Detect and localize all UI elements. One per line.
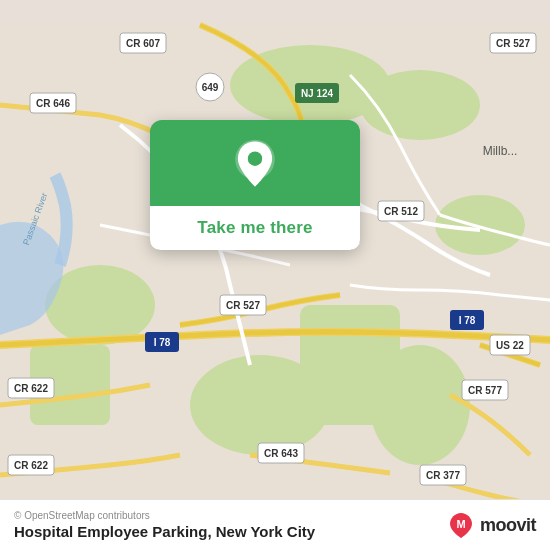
svg-text:I 78: I 78 (154, 337, 171, 348)
svg-text:CR 607: CR 607 (126, 38, 160, 49)
svg-text:CR 512: CR 512 (384, 206, 418, 217)
location-name: Hospital Employee Parking, New York City (14, 523, 315, 540)
svg-text:CR 527: CR 527 (226, 300, 260, 311)
svg-text:NJ 124: NJ 124 (301, 88, 334, 99)
svg-text:CR 646: CR 646 (36, 98, 70, 109)
location-card: Take me there (150, 120, 360, 250)
svg-text:CR 377: CR 377 (426, 470, 460, 481)
svg-text:649: 649 (202, 82, 219, 93)
map-attribution: © OpenStreetMap contributors (14, 510, 315, 521)
svg-text:CR 622: CR 622 (14, 460, 48, 471)
map-container: CR 607 CR 646 649 NJ 124 CR 527 CR 512 I… (0, 0, 550, 550)
svg-text:CR 643: CR 643 (264, 448, 298, 459)
svg-text:US 22: US 22 (496, 340, 524, 351)
moovit-logo: M moovit (447, 511, 536, 539)
svg-point-7 (190, 355, 330, 455)
svg-point-43 (248, 152, 262, 166)
take-me-there-button[interactable]: Take me there (150, 206, 360, 250)
location-pin-icon (228, 138, 282, 192)
svg-text:I 78: I 78 (459, 315, 476, 326)
svg-text:CR 577: CR 577 (468, 385, 502, 396)
bottom-bar: © OpenStreetMap contributors Hospital Em… (0, 499, 550, 550)
moovit-icon: M (447, 511, 475, 539)
map-background: CR 607 CR 646 649 NJ 124 CR 527 CR 512 I… (0, 0, 550, 550)
svg-point-8 (370, 345, 470, 465)
svg-text:CR 527: CR 527 (496, 38, 530, 49)
svg-text:CR 622: CR 622 (14, 383, 48, 394)
bottom-left-info: © OpenStreetMap contributors Hospital Em… (14, 510, 315, 540)
svg-text:M: M (456, 518, 465, 530)
moovit-text: moovit (480, 515, 536, 536)
svg-point-2 (360, 70, 480, 140)
svg-text:Millb...: Millb... (483, 144, 518, 158)
